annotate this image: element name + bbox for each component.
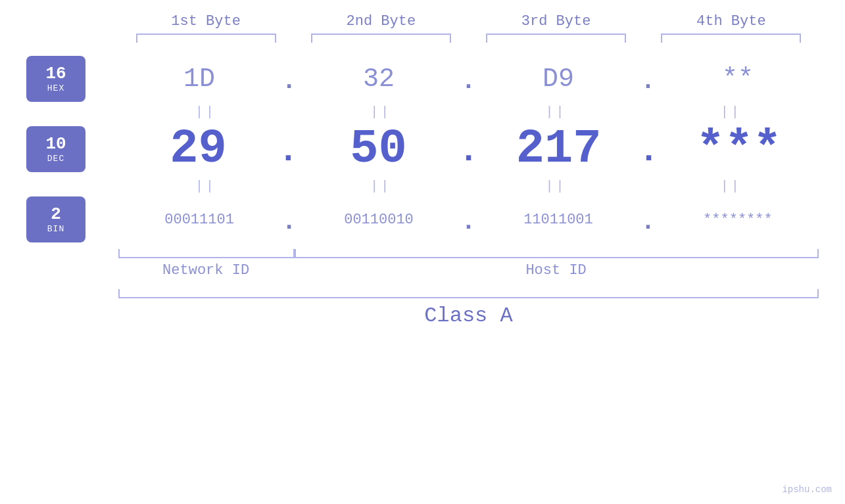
hex-val-4: ** bbox=[722, 64, 754, 94]
bracket-top-1 bbox=[118, 34, 293, 43]
bin-val-2: 00110010 bbox=[344, 212, 414, 228]
hex-dot-3: . bbox=[639, 67, 657, 95]
class-bracket bbox=[118, 289, 819, 298]
dec-bytes: 29 . 50 . 217 . *** bbox=[118, 122, 819, 176]
dec-dot-1: . bbox=[278, 135, 299, 169]
bin-val-3: 11011001 bbox=[523, 212, 593, 228]
dec-val-3: 217 bbox=[516, 122, 602, 176]
dec-dot-2: . bbox=[458, 135, 479, 169]
dec-val-2: 50 bbox=[350, 122, 406, 176]
bin-byte-1: 00011101 bbox=[118, 212, 280, 228]
network-id-label: Network ID bbox=[118, 262, 293, 279]
byte-header-2: 2nd Byte bbox=[293, 13, 468, 34]
byte-header-1: 1st Byte bbox=[118, 13, 293, 34]
dec-byte-2: 50 bbox=[299, 122, 458, 176]
dec-dot-3: . bbox=[639, 135, 659, 169]
dec-badge: 10 DEC bbox=[26, 126, 85, 172]
hex-val-3: D9 bbox=[543, 64, 574, 94]
host-id-label: Host ID bbox=[293, 262, 819, 279]
hex-byte-3: D9 bbox=[477, 64, 639, 94]
eq-cell-4: || bbox=[644, 104, 819, 120]
bin-dot-3: . bbox=[639, 208, 657, 236]
main-page: 1st Byte 2nd Byte 3rd Byte 4th Byte 16 H… bbox=[0, 0, 845, 504]
top-brackets bbox=[26, 34, 819, 43]
hex-val-2: 32 bbox=[363, 64, 395, 94]
bin-badge: 2 BIN bbox=[26, 196, 85, 242]
eq2-cell-1: || bbox=[118, 179, 293, 194]
dec-byte-4: *** bbox=[659, 122, 819, 176]
watermark: ipshu.com bbox=[782, 484, 832, 495]
bin-byte-3: 11011001 bbox=[477, 212, 639, 228]
eq2-cell-3: || bbox=[469, 179, 644, 194]
eq2-cell-2: || bbox=[293, 179, 468, 194]
eq-cell-2: || bbox=[293, 104, 468, 120]
eq2-cell-4: || bbox=[644, 179, 819, 194]
dec-val-4: *** bbox=[696, 122, 782, 176]
dec-badge-label: DEC bbox=[47, 154, 64, 164]
byte-header-4: 4th Byte bbox=[644, 13, 819, 34]
dec-byte-3: 217 bbox=[479, 122, 639, 176]
hex-byte-4: ** bbox=[657, 64, 819, 94]
class-section: Class A bbox=[26, 289, 819, 328]
hex-byte-1: 1D bbox=[118, 64, 280, 94]
dec-badge-num: 10 bbox=[45, 135, 66, 154]
byte-headers: 1st Byte 2nd Byte 3rd Byte 4th Byte bbox=[26, 13, 819, 34]
bracket-top-3 bbox=[469, 34, 644, 43]
bin-dot-1: . bbox=[280, 208, 298, 236]
equals-row-2: || || || || bbox=[26, 179, 819, 194]
bin-dot-2: . bbox=[460, 208, 477, 236]
bin-byte-4: ******** bbox=[657, 212, 819, 228]
hex-byte-2: 32 bbox=[298, 64, 460, 94]
dec-val-1: 29 bbox=[170, 122, 226, 176]
hex-badge-num: 16 bbox=[45, 64, 66, 83]
byte-header-3: 3rd Byte bbox=[469, 13, 644, 34]
id-labels: Network ID Host ID bbox=[118, 262, 819, 279]
bracket-bottom-network bbox=[118, 249, 295, 258]
dec-byte-1: 29 bbox=[118, 122, 278, 176]
bin-val-4: ******** bbox=[703, 212, 773, 228]
hex-dot-2: . bbox=[460, 67, 477, 95]
eq-cell-1: || bbox=[118, 104, 293, 120]
equals-row-1: || || || || bbox=[26, 104, 819, 120]
hex-val-1: 1D bbox=[183, 64, 215, 94]
dec-row: 10 DEC 29 . 50 . 217 . *** bbox=[26, 122, 819, 176]
bin-val-1: 00011101 bbox=[164, 212, 234, 228]
hex-row: 16 HEX 1D . 32 . D9 . ** bbox=[26, 56, 819, 102]
hex-badge-label: HEX bbox=[47, 83, 64, 93]
bin-badge-label: BIN bbox=[47, 224, 64, 234]
eq-cell-3: || bbox=[469, 104, 644, 120]
bin-bytes: 00011101 . 00110010 . 11011001 . *******… bbox=[118, 204, 819, 236]
hex-badge: 16 HEX bbox=[26, 56, 85, 102]
bracket-top-2 bbox=[293, 34, 468, 43]
bracket-bottom-host bbox=[295, 249, 819, 258]
bracket-top-4 bbox=[644, 34, 819, 43]
hex-bytes: 1D . 32 . D9 . ** bbox=[118, 63, 819, 95]
bin-row: 2 BIN 00011101 . 00110010 . 11011001 . *… bbox=[26, 196, 819, 242]
bottom-brackets bbox=[118, 249, 819, 258]
class-label: Class A bbox=[118, 304, 819, 328]
hex-dot-1: . bbox=[280, 67, 298, 95]
bin-byte-2: 00110010 bbox=[298, 212, 460, 228]
bottom-section: Network ID Host ID bbox=[26, 249, 819, 279]
bin-badge-num: 2 bbox=[51, 205, 61, 224]
